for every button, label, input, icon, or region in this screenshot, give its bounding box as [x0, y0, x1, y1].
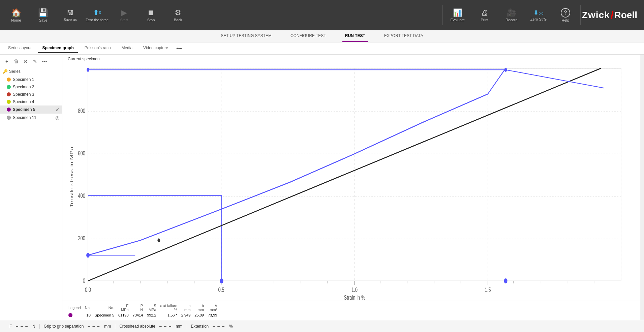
zero-strg-label: Zero StrG	[530, 17, 547, 21]
specimen-1-label: Specimen 1	[13, 77, 34, 82]
zero-force-button[interactable]: ⬆0 Zero the force	[84, 2, 111, 29]
series-label: Series	[9, 69, 21, 74]
status-bar: F – – – N Grip to grip separation – – – …	[0, 320, 644, 332]
svg-text:1.0: 1.0	[351, 286, 358, 293]
svg-point-49	[504, 278, 508, 283]
col-P-header: P N	[131, 303, 145, 312]
grip-value: – – –	[88, 324, 100, 329]
sidebar-toolbar: + 🗑 ⊘ ✎ •••	[0, 56, 62, 67]
back-button[interactable]: ⚙ Back	[164, 2, 191, 29]
print-icon: 🖨	[481, 8, 488, 17]
svg-text:800: 800	[78, 107, 85, 114]
chart-title: Current specimen	[62, 55, 640, 63]
zero-strg-button[interactable]: ⬇0.0 Zero StrG	[525, 2, 552, 29]
start-button[interactable]: ▶ Start	[111, 2, 137, 29]
save-icon: 💾	[38, 8, 48, 18]
save-as-label: Save as	[63, 18, 77, 22]
col-h-header: h mm	[179, 303, 193, 312]
col-eps-header: ε at failure %	[158, 303, 179, 312]
back-label: Back	[174, 18, 182, 22]
row-S: 992,2	[145, 312, 158, 318]
zero-force-icon: ⬆0	[93, 8, 101, 17]
save-as-button[interactable]: 🖫 Save as	[57, 2, 84, 29]
add-button[interactable]: +	[3, 57, 11, 65]
save-as-icon: 🖫	[67, 9, 73, 17]
row-b: 25,09	[192, 312, 206, 318]
tab-setup[interactable]: SET UP TESTING SYSTEM	[218, 30, 274, 42]
home-button[interactable]: 🏠 Home	[3, 2, 30, 29]
specimen-item-4[interactable]: Specimen 4	[0, 98, 62, 105]
col-b-header: b mm	[192, 303, 206, 312]
specimen-4-label: Specimen 4	[13, 99, 34, 104]
disable-button[interactable]: ⊘	[22, 57, 30, 65]
evaluate-label: Evaluate	[450, 18, 465, 22]
crosshead-unit: mm	[176, 324, 183, 329]
delete-button[interactable]: 🗑	[12, 57, 20, 65]
scrollbar[interactable]	[640, 55, 644, 320]
tab-poissons[interactable]: Poisson's ratio	[81, 43, 115, 53]
sidebar: + 🗑 ⊘ ✎ ••• 🔑 Series Specimen 1 Specimen…	[0, 55, 62, 320]
crosshead-label: Crosshead absolute	[119, 324, 155, 329]
start-icon: ▶	[121, 8, 127, 17]
tab-media[interactable]: Media	[117, 43, 136, 53]
tab-video[interactable]: Video capture	[139, 43, 172, 53]
col-legend-header: Legend	[66, 303, 83, 312]
row-legend	[66, 312, 83, 318]
svg-point-50	[157, 238, 160, 242]
record-button[interactable]: 🎥 Record	[498, 2, 525, 29]
edit-button[interactable]: ✎	[31, 57, 39, 65]
specimen-item-1[interactable]: Specimen 1	[0, 76, 62, 83]
help-label: Help	[562, 18, 570, 22]
save-button[interactable]: 💾 Save	[30, 2, 57, 29]
tab-specimen-graph[interactable]: Specimen graph	[38, 43, 78, 53]
toolbar-divider2	[580, 5, 581, 25]
results-table: Legend No. No. E MPa P N S	[66, 303, 219, 318]
col-A-header: A mm²	[206, 303, 219, 312]
row-h: 2,949	[179, 312, 193, 318]
evaluate-icon: 📊	[453, 8, 462, 17]
grip-label: Grip to grip separation	[44, 324, 84, 329]
stop-button[interactable]: ⏹ Stop	[137, 2, 164, 29]
chart-container: 0 200 400 600 800 0.0 0.5 1.0 1.5	[68, 63, 635, 301]
series-section: 🔑 Series	[0, 67, 62, 76]
specimen-11-icon: ◎	[55, 115, 59, 120]
specimen-item-3[interactable]: Specimen 3	[0, 91, 62, 98]
F-label: F	[9, 324, 12, 329]
specimen-5-icon: ↙	[55, 107, 59, 112]
col-no1-header: No.	[83, 303, 93, 312]
specimen-item-5[interactable]: Specimen 5 ↙	[0, 105, 62, 114]
tab-run[interactable]: RUN TEST	[342, 30, 368, 42]
table-row: 10 Specimen 5 61190 73414 992,2 1,56 * 2…	[66, 312, 219, 318]
row-A: 73,99	[206, 312, 219, 318]
specimen-2-dot	[7, 85, 11, 89]
more-button[interactable]: •••	[40, 57, 49, 65]
specimen-item-11[interactable]: Specimen 11 ◎	[0, 114, 62, 122]
specimen-5-label: Specimen 5	[13, 107, 35, 112]
more-tabs-button[interactable]: •••	[175, 46, 183, 52]
svg-text:400: 400	[78, 192, 85, 199]
start-label: Start	[120, 18, 128, 22]
help-button[interactable]: ? Help	[552, 2, 579, 29]
specimen-item-2[interactable]: Specimen 2	[0, 83, 62, 91]
specimen-11-dot	[7, 116, 11, 120]
svg-text:1.5: 1.5	[485, 286, 491, 293]
tab-configure[interactable]: CONFIGURE TEST	[288, 30, 329, 42]
save-label: Save	[39, 18, 47, 22]
F-value: – – –	[16, 324, 28, 329]
status-grip: Grip to grip separation – – – mm	[40, 324, 115, 329]
col-S-header: S MPa	[145, 303, 158, 312]
tab-series-layout[interactable]: Series layout	[4, 43, 35, 53]
logo: Zwick / Roell	[582, 9, 641, 22]
tab-export[interactable]: EXPORT TEST DATA	[381, 30, 426, 42]
print-button[interactable]: 🖨 Print	[471, 2, 498, 29]
evaluate-button[interactable]: 📊 Evaluate	[444, 2, 471, 29]
toolbar-divider	[442, 5, 443, 25]
svg-text:Strain in %: Strain in %	[344, 294, 365, 301]
svg-point-47	[86, 253, 90, 258]
legend-dot	[68, 313, 72, 317]
nav-tabs: SET UP TESTING SYSTEM CONFIGURE TEST RUN…	[0, 30, 644, 42]
series-key-icon: 🔑	[3, 69, 8, 74]
svg-text:Tensile stress in MPa: Tensile stress in MPa	[69, 146, 74, 207]
specimen-3-label: Specimen 3	[13, 92, 34, 97]
grip-unit: mm	[104, 324, 111, 329]
